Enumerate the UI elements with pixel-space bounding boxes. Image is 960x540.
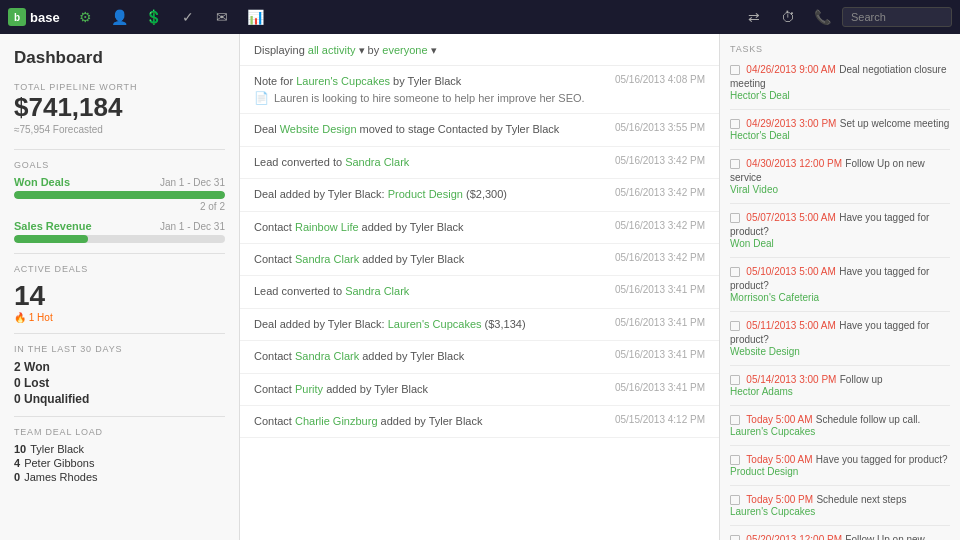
filter-activity[interactable]: all activity [308, 44, 356, 56]
goal-sales-revenue: Sales Revenue Jan 1 - Dec 31 [14, 220, 225, 243]
task-3-date: 05/07/2013 5:00 AM [746, 212, 836, 223]
task-7-checkbox[interactable] [730, 415, 740, 425]
feed-item-5-time: 05/16/2013 3:42 PM [615, 252, 705, 263]
task-1-context[interactable]: Hector's Deal [730, 130, 950, 141]
feed-item-6: Lead converted to Sandra Clark 05/16/201… [240, 276, 719, 308]
feed-item-0-sub: 📄 Lauren is looking to hire someone to h… [254, 91, 605, 105]
team-member-0: 10Tyler Black [14, 443, 225, 455]
active-deals-count: 14 [14, 280, 225, 312]
task-8-date: Today 5:00 AM [746, 454, 812, 465]
task-0-context[interactable]: Hector's Deal [730, 90, 950, 101]
clock-icon[interactable]: ⏱ [774, 3, 802, 31]
link-charlie-ginzburg[interactable]: Charlie Ginzburg [295, 415, 378, 427]
task-10: 05/20/2013 12:00 PM Follow Up on new ser… [730, 532, 950, 540]
link-laurens-cupcakes-0[interactable]: Lauren's Cupcakes [296, 75, 390, 87]
main-content: Dashboard TOTAL PIPELINE WORTH $741,184 … [0, 34, 960, 540]
task-1-checkbox[interactable] [730, 119, 740, 129]
task-7: Today 5:00 AM Schedule follow up call. L… [730, 412, 950, 437]
feed-item-5-text: Contact Sandra Clark added by Tyler Blac… [254, 252, 605, 267]
nav-contacts[interactable]: 👤 [106, 3, 134, 31]
logo[interactable]: b base [8, 8, 60, 26]
feed-item-1: Deal Website Design moved to stage Conta… [240, 114, 719, 146]
task-6-checkbox[interactable] [730, 375, 740, 385]
last30-label: IN THE LAST 30 DAYS [14, 344, 225, 354]
feed-item-7: Deal added by Tyler Black: Lauren's Cupc… [240, 309, 719, 341]
link-purity[interactable]: Purity [295, 383, 323, 395]
link-sandra-clark-1[interactable]: Sandra Clark [345, 156, 409, 168]
task-3-checkbox[interactable] [730, 213, 740, 223]
nav-email[interactable]: ✉ [208, 3, 236, 31]
goal-sales-revenue-name: Sales Revenue [14, 220, 92, 232]
task-0-checkbox[interactable] [730, 65, 740, 75]
feed-item-2: Lead converted to Sandra Clark 05/16/201… [240, 147, 719, 179]
nav-deals[interactable]: 💲 [140, 3, 168, 31]
link-website-design[interactable]: Website Design [280, 123, 357, 135]
task-3-context[interactable]: Won Deal [730, 238, 950, 249]
task-2-context[interactable]: Viral Video [730, 184, 950, 195]
task-10-checkbox[interactable] [730, 535, 740, 540]
phone-icon[interactable]: 📞 [808, 3, 836, 31]
task-4: 05/10/2013 5:00 AM Have you tagged for p… [730, 264, 950, 303]
goal-won-deals-progress: 2 of 2 [14, 201, 225, 212]
link-product-design[interactable]: Product Design [388, 188, 463, 200]
task-5-context[interactable]: Website Design [730, 346, 950, 357]
sidebar: Dashboard TOTAL PIPELINE WORTH $741,184 … [0, 34, 240, 540]
team-member-2: 0James Rhodes [14, 471, 225, 483]
task-9-context[interactable]: Lauren's Cupcakes [730, 506, 950, 517]
link-sandra-clark-3[interactable]: Sandra Clark [345, 285, 409, 297]
task-9-text: Schedule next steps [816, 494, 906, 505]
feed-header: Displaying all activity ▾ by everyone ▾ [240, 34, 719, 66]
task-6: 05/14/2013 3:00 PM Follow up Hector Adam… [730, 372, 950, 397]
link-rainbow-life[interactable]: Rainbow Life [295, 221, 359, 233]
stat-won: 2 Won [14, 360, 225, 374]
filter-person[interactable]: everyone [382, 44, 427, 56]
feed-item-4-time: 05/16/2013 3:42 PM [615, 220, 705, 231]
feed-item-7-text: Deal added by Tyler Black: Lauren's Cupc… [254, 317, 605, 332]
task-2-checkbox[interactable] [730, 159, 740, 169]
link-sandra-clark-2[interactable]: Sandra Clark [295, 253, 359, 265]
task-5: 05/11/2013 5:00 AM Have you tagged for p… [730, 318, 950, 357]
goal-won-deals-name: Won Deals [14, 176, 70, 188]
feed-item-8-text: Contact Sandra Clark added by Tyler Blac… [254, 349, 605, 364]
logo-icon: b [8, 8, 26, 26]
task-5-checkbox[interactable] [730, 321, 740, 331]
tasks-panel: TASKS 04/26/2013 9:00 AM Deal negotiatio… [720, 34, 960, 540]
link-laurens-cupcakes-1[interactable]: Lauren's Cupcakes [388, 318, 482, 330]
task-7-date: Today 5:00 AM [746, 414, 812, 425]
share-icon[interactable]: ⇄ [740, 3, 768, 31]
task-9-date: Today 5:00 PM [746, 494, 813, 505]
feed-item-10-text: Contact Charlie Ginzburg added by Tyler … [254, 414, 605, 429]
pipeline-label: TOTAL PIPELINE WORTH [14, 82, 225, 92]
task-9-checkbox[interactable] [730, 495, 740, 505]
active-deals-label: ACTIVE DEALS [14, 264, 225, 274]
feed-item-3: Deal added by Tyler Black: Product Desig… [240, 179, 719, 211]
goal-won-deals: Won Deals Jan 1 - Dec 31 2 of 2 [14, 176, 225, 212]
nav-tasks[interactable]: ✓ [174, 3, 202, 31]
feed-item-10: Contact Charlie Ginzburg added by Tyler … [240, 406, 719, 438]
nav-dashboard[interactable]: ⚙ [72, 3, 100, 31]
tasks-title: TASKS [730, 44, 950, 54]
task-4-date: 05/10/2013 5:00 AM [746, 266, 836, 277]
feed-item-6-time: 05/16/2013 3:41 PM [615, 284, 705, 295]
task-0-date: 04/26/2013 9:00 AM [746, 64, 836, 75]
nav-reports[interactable]: 📊 [242, 3, 270, 31]
task-8: Today 5:00 AM Have you tagged for produc… [730, 452, 950, 477]
task-7-text: Schedule follow up call. [816, 414, 921, 425]
page-title: Dashboard [14, 48, 225, 68]
link-sandra-clark-4[interactable]: Sandra Clark [295, 350, 359, 362]
task-6-context[interactable]: Hector Adams [730, 386, 950, 397]
task-7-context[interactable]: Lauren's Cupcakes [730, 426, 950, 437]
task-8-context[interactable]: Product Design [730, 466, 950, 477]
task-0: 04/26/2013 9:00 AM Deal negotiation clos… [730, 62, 950, 101]
feed-item-8-time: 05/16/2013 3:41 PM [615, 349, 705, 360]
task-4-checkbox[interactable] [730, 267, 740, 277]
goal-sales-revenue-fill [14, 235, 88, 243]
task-2: 04/30/2013 12:00 PM Follow Up on new ser… [730, 156, 950, 195]
pipeline-forecast: ≈75,954 Forecasted [14, 124, 225, 135]
task-8-checkbox[interactable] [730, 455, 740, 465]
search-input[interactable] [842, 7, 952, 27]
task-5-date: 05/11/2013 5:00 AM [746, 320, 836, 331]
feed-item-4: Contact Rainbow Life added by Tyler Blac… [240, 212, 719, 244]
task-4-context[interactable]: Morrison's Cafeteria [730, 292, 950, 303]
pipeline-value: $741,184 [14, 92, 225, 123]
